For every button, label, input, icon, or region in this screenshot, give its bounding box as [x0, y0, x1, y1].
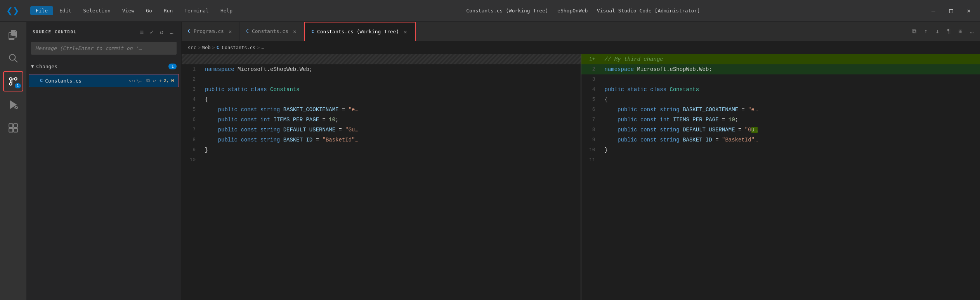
activity-explorer[interactable] [3, 25, 23, 45]
right-line-content-9: public const string BASKET_ID = "BasketI… [602, 135, 980, 145]
source-control-badge: 1 [15, 83, 21, 88]
more-actions-icon[interactable]: … [168, 28, 175, 36]
activity-source-control[interactable]: 1 [3, 71, 23, 91]
left-line-9: 9 } [182, 145, 581, 155]
main-layout: 1 SOURCE CONTROL ≡ ✓ ↺ … [0, 22, 980, 300]
right-line-num-10: 10 [581, 145, 602, 155]
right-line-content-comment: // My third change [602, 54, 980, 64]
tab-file-icon-constants: C [246, 29, 249, 34]
discard-changes-icon[interactable]: ↩ [151, 77, 158, 84]
right-line-num-3: 3 [581, 74, 602, 84]
left-line-8: 8 public const string BASKET_ID = "Baske… [182, 135, 581, 145]
toggle-minimap-icon[interactable]: ⊞ [956, 26, 965, 36]
changes-header[interactable]: ▼ Changes 1 [26, 59, 181, 73]
svg-point-4 [9, 78, 12, 80]
toggle-word-wrap-icon[interactable]: ¶ [945, 26, 953, 36]
right-line-content-6: public const string BASKET_COOKIENAME = … [602, 105, 980, 115]
left-line-4: 4 { [182, 95, 581, 105]
changes-label: Changes [36, 64, 168, 69]
breadcrumb-src[interactable]: src [188, 45, 196, 50]
changes-chevron-icon: ▼ [31, 64, 34, 69]
svg-line-1 [15, 60, 17, 62]
file-status-label: 2, M [164, 78, 174, 83]
right-line-num-2: 2 [581, 64, 602, 74]
line-content-8: public const string BASKET_ID = "BasketI… [202, 135, 581, 145]
vscode-logo-icon: ❮❯ [6, 4, 19, 17]
left-line-7: 7 public const string DEFAULT_USERNAME =… [182, 125, 581, 135]
open-file-icon[interactable]: ⧉ [145, 77, 151, 84]
close-button[interactable]: ✕ [964, 5, 974, 16]
changed-file-item[interactable]: C Constants.cs src\… ⧉ ↩ + 2, M [29, 74, 179, 87]
tab-label-program: Program.cs [194, 28, 224, 34]
line-number-2: 2 [182, 74, 202, 84]
diff-right-panel[interactable]: 1+ // My third change 2 namespace Micros… [581, 54, 980, 300]
left-line-2: 2 [182, 74, 581, 84]
line-content-1: namespace Microsoft.eShopWeb.Web; [202, 64, 581, 74]
file-name-label: Constants.cs [45, 78, 128, 84]
line-number-3: 3 [182, 84, 202, 95]
line-content-9: } [202, 145, 581, 155]
right-line-content-10: } [602, 145, 980, 155]
navigate-back-icon[interactable]: ↑ [922, 26, 930, 36]
menu-terminal[interactable]: Terminal [179, 6, 214, 15]
right-line-num-6: 6 [581, 105, 602, 115]
diff-left-panel[interactable]: 1 namespace Microsoft.eShopWeb.Web; 2 3 … [182, 54, 581, 300]
right-line-content-5: { [602, 95, 980, 105]
left-code-lines: 1 namespace Microsoft.eShopWeb.Web; 2 3 … [182, 54, 581, 300]
changes-section: ▼ Changes 1 C Constants.cs src\… ⧉ ↩ + 2… [26, 58, 181, 90]
source-control-menu-icon[interactable]: ≡ [138, 28, 145, 36]
file-cs-icon: C [40, 78, 43, 83]
commit-check-icon[interactable]: ✓ [148, 28, 155, 36]
split-editor-icon[interactable]: ⧉ [910, 26, 919, 36]
breadcrumb-file[interactable]: Constants.cs [222, 45, 255, 50]
menu-run[interactable]: Run [158, 6, 178, 15]
tab-close-program[interactable]: ✕ [227, 28, 233, 35]
maximize-button[interactable]: □ [946, 5, 956, 16]
activity-extensions[interactable] [3, 118, 23, 138]
right-line-num-5: 5 [581, 95, 602, 105]
tab-file-icon-program: C [188, 29, 191, 34]
breadcrumb-web[interactable]: Web [202, 45, 211, 50]
right-line-6: 6 public const string BASKET_COOKIENAME … [581, 105, 980, 115]
tab-close-constants[interactable]: ✕ [291, 28, 298, 35]
tab-constants-cs-working-tree[interactable]: C Constants.cs (Working Tree) ✕ [304, 22, 415, 41]
tab-close-working-tree[interactable]: ✕ [402, 28, 408, 36]
line-content-7: public const string DEFAULT_USERNAME = "… [202, 125, 581, 135]
navigate-forward-icon[interactable]: ↓ [933, 26, 942, 36]
menu-view[interactable]: View [117, 6, 140, 15]
menu-go[interactable]: Go [140, 6, 158, 15]
tab-constants-cs[interactable]: C Constants.cs ✕ [240, 22, 304, 41]
line-content-5: public const string BASKET_COOKIENAME = … [202, 105, 581, 115]
svg-point-3 [14, 78, 17, 80]
line-number-1: 1 [182, 64, 202, 74]
line-content-6: public const int ITEMS_PER_PAGE = 10; [202, 115, 581, 125]
tab-program-cs[interactable]: C Program.cs ✕ [182, 22, 240, 41]
menu-file[interactable]: File [30, 6, 53, 15]
commit-message-input[interactable]: Message (Ctrl+Enter to commit on '… [31, 42, 177, 55]
left-line-5: 5 public const string BASKET_COOKIENAME … [182, 105, 581, 115]
refresh-icon[interactable]: ↺ [158, 28, 165, 36]
right-line-num-8: 8 [581, 125, 602, 135]
minimize-button[interactable]: – [928, 5, 938, 16]
menu-bar: File Edit Selection View Go Run Terminal… [30, 6, 238, 15]
menu-edit[interactable]: Edit [54, 6, 77, 15]
svg-point-2 [9, 83, 12, 85]
menu-selection[interactable]: Selection [78, 6, 116, 15]
activity-search[interactable] [3, 48, 23, 68]
line-number-7: 7 [182, 125, 202, 135]
tabs-right-controls: ⧉ ↑ ↓ ¶ ⊞ … [906, 22, 980, 41]
line-number-9: 9 [182, 145, 202, 155]
deleted-line-placeholder [182, 54, 581, 64]
right-line-content-4: public static class Constants [602, 84, 980, 95]
right-line-num-4: 4 [581, 84, 602, 95]
editor-more-actions-icon[interactable]: … [968, 26, 976, 36]
sidebar-title: SOURCE CONTROL [33, 29, 134, 34]
right-line-4: 4 public static class Constants [581, 84, 980, 95]
menu-help[interactable]: Help [215, 6, 238, 15]
right-line-8: 8 public const string DEFAULT_USERNAME =… [581, 125, 980, 135]
breadcrumb-ellipsis[interactable]: … [261, 45, 264, 50]
activity-run-debug[interactable] [3, 95, 23, 115]
stage-changes-icon[interactable]: + [158, 77, 164, 84]
right-line-num-11: 11 [581, 155, 602, 165]
breadcrumb-file-icon: C [217, 45, 219, 50]
